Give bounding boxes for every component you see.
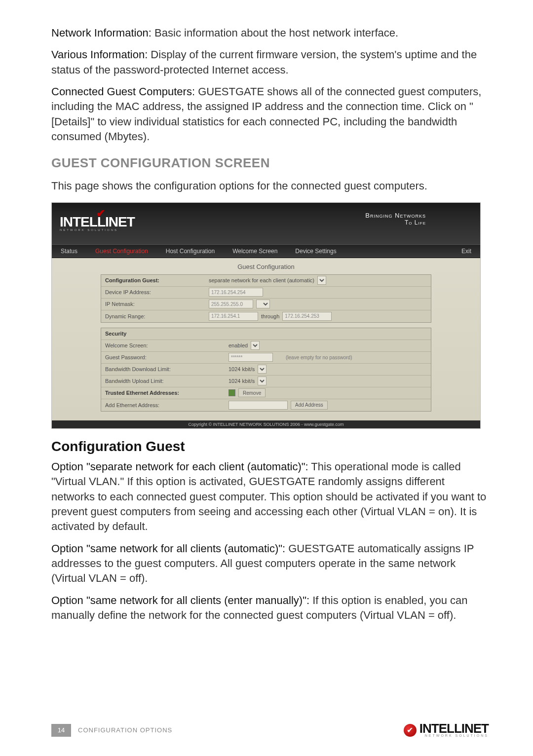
row-dynamic-range: Dynamic Range: through (101, 310, 431, 322)
brand-sub: NETWORK SOLUTIONS (419, 734, 489, 737)
brand-check-icon: ✔ (404, 724, 417, 737)
security-header: Security (105, 331, 209, 337)
para-connected-guest: Connected Guest Computers: GUESTGATE sho… (51, 84, 489, 144)
dynrange-from-input[interactable] (209, 312, 258, 321)
lead: Various Information: (51, 48, 148, 61)
lead: Option "same network for all clients (en… (51, 594, 309, 606)
label: Add Ethernet Address: (105, 402, 209, 408)
guest-password-input[interactable] (228, 353, 273, 362)
nav-bar: Status Guest Configuration Host Configur… (52, 244, 480, 258)
nav-device-settings[interactable]: Device Settings (286, 245, 345, 258)
para-option-separate: Option "separate network for each client… (51, 459, 489, 534)
para-option-same-auto: Option "same network for all clients (au… (51, 541, 489, 586)
lead: Option "separate network for each client… (51, 460, 308, 473)
page-number: 14 (51, 724, 71, 737)
remove-button[interactable]: Remove (238, 388, 266, 397)
bwup-value: 1024 kbit/s (228, 378, 255, 384)
config-grid: Configuration Guest: separate network fo… (101, 274, 431, 323)
add-address-button[interactable]: Add Address (291, 401, 328, 410)
body: Basic information about the host network… (152, 27, 398, 39)
tagline-2: To Life (365, 219, 426, 226)
brand-name: INTELLINET (419, 721, 489, 736)
bwup-select[interactable] (258, 377, 266, 385)
add-eth-input[interactable] (228, 401, 288, 410)
through-label: through (261, 313, 279, 319)
config-guest-value: separate network for each client (automa… (209, 277, 314, 283)
row-config-guest: Configuration Guest: separate network fo… (101, 275, 431, 287)
panel-title: Guest Configuration (59, 263, 473, 270)
row-bw-upload: Bandwidth Upload Limit: 1024 kbit/s (101, 376, 431, 387)
row-ip-netmask: IP Netmask: (101, 299, 431, 310)
logo: ✔ INTELLINET NETWORK SOLUTIONS (60, 216, 135, 232)
row-welcome-screen: Welcome Screen: enabled (101, 340, 431, 352)
label: Welcome Screen: (105, 342, 209, 348)
welcome-select[interactable] (251, 341, 260, 350)
bwdown-value: 1024 kbit/s (228, 366, 255, 372)
guest-password-note: (leave empty for no password) (286, 355, 352, 360)
label: Configuration Guest: (105, 277, 209, 283)
lead: Connected Guest Computers: (51, 85, 195, 98)
page-footer: 14 CONFIGURATION OPTIONS ✔ INTELLINET NE… (51, 723, 489, 737)
heading-guest-config-screen: GUEST CONFIGURATION SCREEN (51, 155, 489, 171)
page-section-label: CONFIGURATION OPTIONS (78, 726, 172, 734)
label: Guest Password: (105, 354, 209, 360)
label: Trusted Ethernet Addresses: (105, 390, 209, 396)
welcome-value: enabled (228, 342, 248, 348)
security-grid: Security Welcome Screen: enabled Guest P… (101, 328, 431, 412)
dynrange-to-input[interactable] (282, 312, 332, 321)
heading-configuration-guest: Configuration Guest (51, 439, 489, 454)
bwdown-select[interactable] (258, 365, 266, 374)
label: Bandwidth Upload Limit: (105, 378, 209, 384)
label: IP Netmask: (105, 301, 209, 307)
page-num-box: 14 CONFIGURATION OPTIONS (51, 724, 172, 737)
nav-exit[interactable]: Exit (453, 245, 480, 258)
ui-header: ✔ INTELLINET NETWORK SOLUTIONS Bringing … (52, 203, 480, 244)
brand-text: INTELLINET NETWORK SOLUTIONS (419, 723, 489, 737)
row-add-eth: Add Ethernet Address: Add Address (101, 399, 431, 411)
para-guest-config-intro: This page shows the configuration option… (51, 179, 489, 193)
brand-footer: ✔ INTELLINET NETWORK SOLUTIONS (404, 723, 489, 737)
netmask-select[interactable] (256, 300, 270, 308)
label: Dynamic Range: (105, 313, 209, 319)
lead: Network Information: (51, 27, 152, 39)
row-bw-download: Bandwidth Download Limit: 1024 kbit/s (101, 364, 431, 376)
para-option-same-manual: Option "same network for all clients (en… (51, 593, 489, 623)
config-guest-select[interactable] (317, 276, 326, 285)
guestgate-ui: ✔ INTELLINET NETWORK SOLUTIONS Bringing … (51, 202, 481, 429)
ui-footer: Copyright © INTELLINET NETWORK SOLUTIONS… (52, 420, 480, 428)
nav-guest-config[interactable]: Guest Configuration (86, 245, 157, 258)
tagline: Bringing Networks To Life (365, 212, 426, 226)
ui-body: Guest Configuration Configuration Guest:… (52, 258, 480, 420)
device-ip-input[interactable] (209, 288, 263, 297)
nav-status[interactable]: Status (52, 245, 86, 258)
netmask-input[interactable] (209, 300, 253, 308)
nav-host-config[interactable]: Host Configuration (157, 245, 224, 258)
nav-welcome-screen[interactable]: Welcome Screen (224, 245, 286, 258)
tagline-1: Bringing Networks (365, 212, 426, 219)
check-icon: ✔ (96, 209, 105, 219)
row-guest-password: Guest Password: (leave empty for no pass… (101, 352, 431, 364)
trusted-checkbox[interactable] (228, 389, 235, 396)
row-security-header: Security (101, 328, 431, 340)
row-trusted-eth: Trusted Ethernet Addresses: Remove (101, 387, 431, 399)
label: Device IP Address: (105, 289, 209, 295)
lead: Option "same network for all clients (au… (51, 542, 285, 555)
para-various-info: Various Information: Display of the curr… (51, 47, 489, 77)
para-network-info: Network Information: Basic information a… (51, 26, 489, 40)
label: Bandwidth Download Limit: (105, 366, 209, 372)
row-device-ip: Device IP Address: (101, 287, 431, 299)
